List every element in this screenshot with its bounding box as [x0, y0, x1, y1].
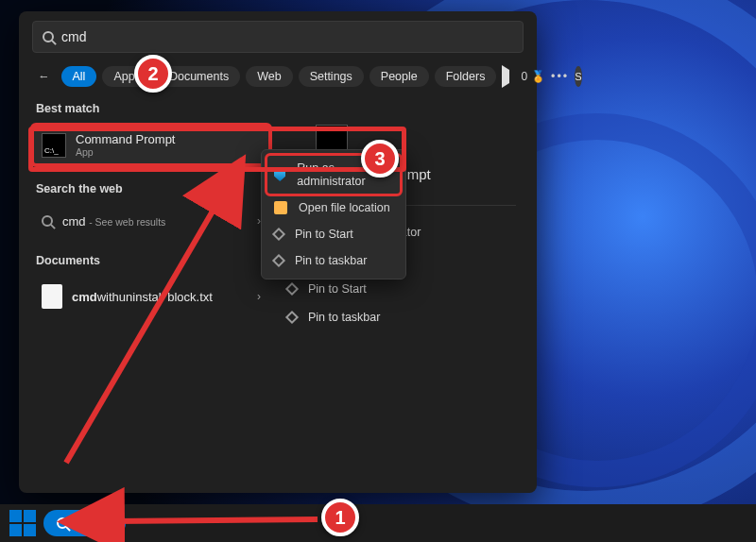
search-icon [42, 215, 53, 227]
taskbar-search-button[interactable]: Search [43, 510, 126, 536]
pin-icon [285, 282, 299, 296]
rewards-value: 0 [521, 70, 527, 83]
shield-icon [274, 168, 285, 181]
result-command-prompt[interactable]: C:\_ Command Prompt App [32, 125, 270, 165]
filter-people[interactable]: People [369, 66, 429, 87]
command-prompt-icon: C:\_ [42, 133, 66, 158]
action-label: Pin to taskbar [308, 311, 380, 324]
search-icon [43, 31, 54, 42]
filter-settings[interactable]: Settings [299, 66, 364, 87]
folder-icon [274, 201, 287, 214]
results-column: Best match C:\_ Command Prompt App Searc… [32, 102, 270, 480]
search-icon [57, 517, 68, 529]
pin-icon [272, 228, 285, 241]
result-title: Command Prompt [76, 132, 175, 146]
search-query-text: cmd [61, 29, 86, 44]
search-input[interactable]: cmd [32, 21, 524, 53]
taskbar: Search [0, 504, 756, 542]
web-term: cmd [62, 214, 86, 229]
doc-name-match: cmd [72, 290, 97, 304]
filter-row: ← All Apps Documents Web Settings People… [32, 66, 524, 87]
ctx-label: Open file location [299, 201, 390, 214]
user-avatar[interactable]: S [575, 66, 581, 87]
start-button[interactable] [9, 510, 36, 536]
rewards-indicator[interactable]: 0 🏅 [521, 70, 545, 83]
ctx-label: Pin to taskbar [295, 254, 367, 267]
annotation-badge-1: 1 [321, 499, 359, 536]
section-best-match: Best match [36, 102, 270, 115]
overflow-menu-icon[interactable]: ••• [551, 70, 569, 83]
taskbar-search-label: Search [74, 517, 112, 531]
result-web-cmd[interactable]: cmd - See web results › [32, 205, 270, 237]
text-file-icon [42, 284, 62, 309]
filter-web[interactable]: Web [246, 66, 292, 87]
annotation-badge-3: 3 [361, 140, 399, 178]
back-arrow-icon[interactable]: ← [32, 66, 56, 87]
web-hint: See web results [95, 216, 166, 228]
doc-ext: .txt [197, 290, 213, 304]
pin-icon [285, 311, 299, 324]
filter-folders[interactable]: Folders [435, 66, 497, 87]
filter-all[interactable]: All [61, 66, 97, 87]
result-subtitle: App [76, 146, 175, 158]
doc-name-rest: withuninstall block [97, 290, 197, 304]
section-search-web: Search the web [36, 182, 270, 195]
rewards-icon: 🏅 [531, 70, 545, 83]
pin-icon [272, 254, 285, 267]
ctx-pin-start[interactable]: Pin to Start [266, 221, 401, 247]
ctx-open-location[interactable]: Open file location [266, 195, 401, 221]
action-pin-taskbar[interactable]: Pin to taskbar [278, 304, 516, 330]
chevron-right-icon: › [257, 290, 261, 303]
annotation-badge-2: 2 [134, 55, 172, 93]
action-label: Pin to Start [308, 282, 367, 296]
ctx-pin-taskbar[interactable]: Pin to taskbar [266, 247, 401, 274]
section-documents: Documents [36, 254, 270, 267]
ctx-label: Pin to Start [295, 228, 353, 241]
result-document[interactable]: cmdwithuninstall block.txt › [32, 277, 270, 316]
filter-more-icon[interactable] [502, 70, 509, 83]
avatar-initial: S [575, 71, 581, 82]
action-pin-start[interactable]: Pin to Start [278, 276, 516, 302]
